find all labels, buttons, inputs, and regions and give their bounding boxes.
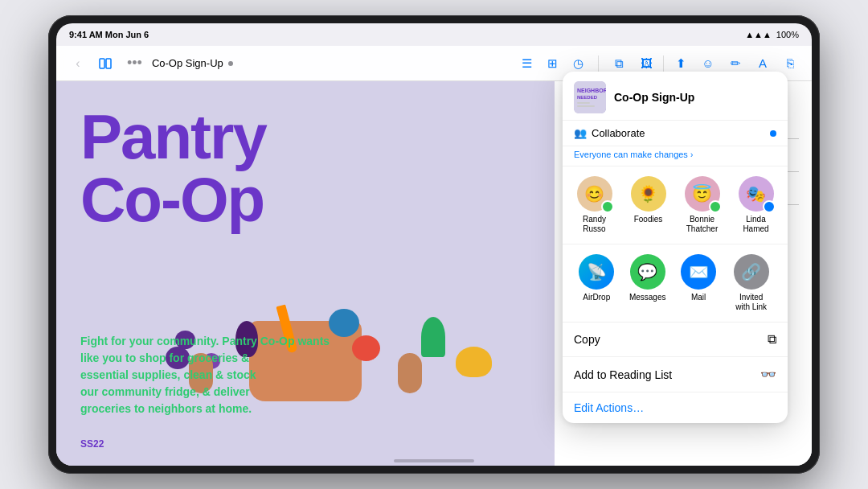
avatar-foodies[interactable]: 🌻 Foodies (631, 176, 666, 234)
share-popup: NEIGHBOR NEEDED Co-Op Sign-Up 👥 Collabor… (563, 72, 788, 423)
airdrop-icon: 📡 (579, 254, 614, 290)
avatar-badge-linda (763, 200, 776, 213)
edit-actions-label: Edit Actions… (574, 401, 644, 414)
collaborate-label: Collaborate (592, 127, 765, 139)
more-menu-button[interactable]: ••• (124, 55, 145, 72)
copy-icon: ⧉ (768, 332, 776, 347)
avatar-circle-randy: 😊 (577, 176, 612, 212)
copy-label: Copy (574, 333, 768, 346)
svg-rect-5 (577, 102, 590, 104)
mail-icon: ✉️ (681, 254, 716, 290)
popup-header: NEIGHBOR NEEDED Co-Op Sign-Up (563, 72, 788, 121)
back-button[interactable]: ‹ (66, 51, 90, 76)
pages-button[interactable] (93, 51, 117, 76)
everyone-row[interactable]: Everyone can make changes › (563, 146, 788, 166)
glasses-icon: 👓 (760, 367, 776, 382)
collaborate-dot (770, 130, 776, 137)
title-edit-dot (228, 61, 233, 66)
battery-icon: 100% (776, 30, 799, 39)
avatar-name-foodies: Foodies (634, 215, 663, 224)
avatar-circle-linda: 🎭 (739, 176, 774, 212)
avatar-bonnie[interactable]: 😇 BonnieThatcher (685, 176, 720, 234)
svg-rect-6 (577, 105, 595, 107)
status-time: 9:41 AM Mon Jun 6 (69, 30, 149, 39)
svg-rect-0 (100, 59, 104, 68)
messages-icon: 💬 (630, 254, 665, 290)
avatar-badge-randy (601, 200, 614, 213)
airdrop-label: AirDrop (583, 293, 610, 302)
ipad-screen: 9:41 AM Mon Jun 6 ▲▲▲ 100% ‹ ••• Co-Op S… (56, 23, 812, 466)
svg-text:NEEDED: NEEDED (577, 95, 598, 100)
poster-season: SS22 (80, 438, 104, 450)
avatar-name-linda: LindaHamed (743, 215, 768, 234)
poster-title: Pantry Co-Op (80, 105, 266, 231)
toolbar-divider-1 (598, 55, 599, 72)
bookmark-button[interactable]: ⎘ (778, 51, 802, 76)
collaborate-row[interactable]: 👥 Collaborate (563, 121, 788, 146)
avatar-badge-bonnie (709, 200, 722, 213)
poster-body: Fight for your community. Pantry Co-Op w… (80, 333, 547, 417)
svg-rect-1 (106, 59, 111, 68)
avatar-name-randy: RandyRusso (583, 215, 606, 234)
status-bar: 9:41 AM Mon Jun 6 ▲▲▲ 100% (56, 23, 812, 46)
messages-button[interactable]: 💬 Messages (629, 254, 666, 312)
edit-actions-row[interactable]: Edit Actions… (563, 392, 788, 423)
wifi-icon: ▲▲▲ (745, 30, 772, 39)
grid-view-button[interactable]: ⊞ (540, 51, 564, 76)
avatar-name-bonnie: BonnieThatcher (686, 215, 718, 234)
share-buttons-row: 📡 AirDrop 💬 Messages ✉️ Mail 🔗 Invited w… (563, 244, 788, 323)
invite-link-label: Invited with Link (731, 293, 772, 312)
poster-area: Pantry Co-Op (56, 81, 555, 466)
messages-label: Messages (629, 293, 666, 302)
chevron-right-icon: › (690, 150, 693, 159)
collaborate-icon: 👥 (574, 127, 587, 139)
mail-label: Mail (691, 293, 706, 302)
reading-list-label: Add to Reading List (574, 368, 760, 381)
home-indicator (394, 459, 474, 462)
avatar-linda[interactable]: 🎭 LindaHamed (739, 176, 774, 234)
list-view-button[interactable]: ☰ (514, 51, 538, 76)
popup-doc-title: Co-Op Sign-Up (614, 91, 694, 104)
popup-thumbnail: NEIGHBOR NEEDED (574, 81, 606, 113)
link-icon: 🔗 (734, 254, 769, 290)
avatar-circle-foodies: 🌻 (631, 176, 666, 212)
toolbar-nav: ‹ (66, 51, 117, 76)
copy-row[interactable]: Copy ⧉ (563, 323, 788, 357)
avatar-circle-bonnie: 😇 (685, 176, 720, 212)
invite-link-button[interactable]: 🔗 Invited with Link (731, 254, 772, 312)
status-right: ▲▲▲ 100% (745, 30, 799, 39)
ipad-frame: 9:41 AM Mon Jun 6 ▲▲▲ 100% ‹ ••• Co-Op S… (48, 15, 820, 474)
doc-title: Co-Op Sign-Up (152, 57, 223, 69)
reading-list-row[interactable]: Add to Reading List 👓 (563, 357, 788, 392)
svg-text:NEIGHBOR: NEIGHBOR (577, 88, 606, 93)
toolbar-divider-2 (663, 55, 664, 72)
mail-button[interactable]: ✉️ Mail (681, 254, 716, 312)
avatar-randy[interactable]: 😊 RandyRusso (577, 176, 612, 234)
title-area: Co-Op Sign-Up (152, 57, 508, 69)
avatars-row: 😊 RandyRusso 🌻 Foodies 😇 B (563, 166, 788, 244)
airdrop-button[interactable]: 📡 AirDrop (579, 254, 614, 312)
